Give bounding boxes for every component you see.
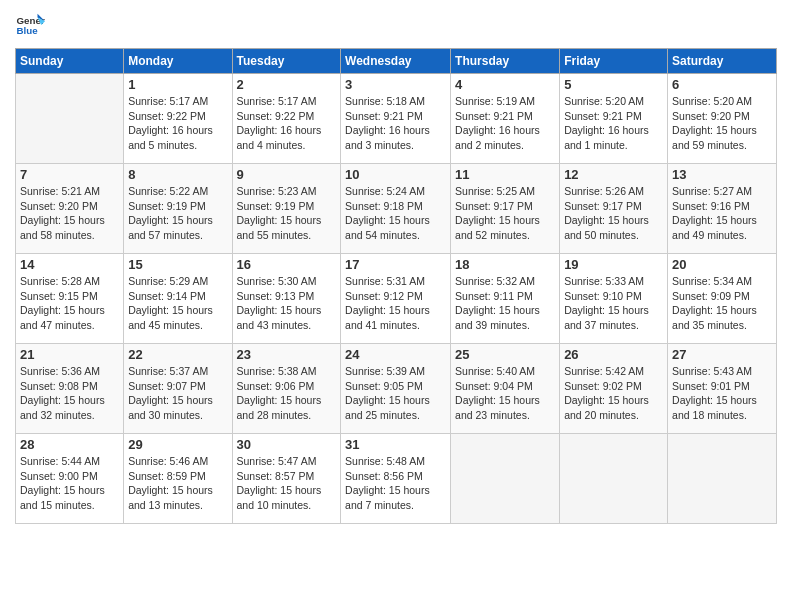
calendar-cell: 12Sunrise: 5:26 AM Sunset: 9:17 PM Dayli… [560, 164, 668, 254]
calendar-cell: 3Sunrise: 5:18 AM Sunset: 9:21 PM Daylig… [341, 74, 451, 164]
day-number: 12 [564, 167, 663, 182]
calendar-cell: 27Sunrise: 5:43 AM Sunset: 9:01 PM Dayli… [668, 344, 777, 434]
day-number: 26 [564, 347, 663, 362]
day-number: 6 [672, 77, 772, 92]
calendar-cell [451, 434, 560, 524]
day-number: 3 [345, 77, 446, 92]
calendar-cell: 24Sunrise: 5:39 AM Sunset: 9:05 PM Dayli… [341, 344, 451, 434]
weekday-header: Monday [124, 49, 232, 74]
day-number: 14 [20, 257, 119, 272]
day-number: 27 [672, 347, 772, 362]
calendar-cell: 1Sunrise: 5:17 AM Sunset: 9:22 PM Daylig… [124, 74, 232, 164]
calendar-cell: 17Sunrise: 5:31 AM Sunset: 9:12 PM Dayli… [341, 254, 451, 344]
day-number: 1 [128, 77, 227, 92]
day-number: 31 [345, 437, 446, 452]
day-number: 25 [455, 347, 555, 362]
calendar-cell: 19Sunrise: 5:33 AM Sunset: 9:10 PM Dayli… [560, 254, 668, 344]
logo-icon: General Blue [15, 10, 45, 40]
day-number: 15 [128, 257, 227, 272]
day-info: Sunrise: 5:38 AM Sunset: 9:06 PM Dayligh… [237, 364, 337, 423]
day-info: Sunrise: 5:17 AM Sunset: 9:22 PM Dayligh… [237, 94, 337, 153]
calendar-cell: 20Sunrise: 5:34 AM Sunset: 9:09 PM Dayli… [668, 254, 777, 344]
weekday-header-row: SundayMondayTuesdayWednesdayThursdayFrid… [16, 49, 777, 74]
calendar-week-row: 14Sunrise: 5:28 AM Sunset: 9:15 PM Dayli… [16, 254, 777, 344]
day-info: Sunrise: 5:25 AM Sunset: 9:17 PM Dayligh… [455, 184, 555, 243]
calendar-cell: 21Sunrise: 5:36 AM Sunset: 9:08 PM Dayli… [16, 344, 124, 434]
calendar-cell: 7Sunrise: 5:21 AM Sunset: 9:20 PM Daylig… [16, 164, 124, 254]
weekday-header: Tuesday [232, 49, 341, 74]
day-info: Sunrise: 5:34 AM Sunset: 9:09 PM Dayligh… [672, 274, 772, 333]
day-number: 30 [237, 437, 337, 452]
day-info: Sunrise: 5:32 AM Sunset: 9:11 PM Dayligh… [455, 274, 555, 333]
day-info: Sunrise: 5:33 AM Sunset: 9:10 PM Dayligh… [564, 274, 663, 333]
day-info: Sunrise: 5:42 AM Sunset: 9:02 PM Dayligh… [564, 364, 663, 423]
day-number: 18 [455, 257, 555, 272]
day-info: Sunrise: 5:40 AM Sunset: 9:04 PM Dayligh… [455, 364, 555, 423]
day-number: 22 [128, 347, 227, 362]
day-number: 28 [20, 437, 119, 452]
day-number: 17 [345, 257, 446, 272]
calendar-cell: 28Sunrise: 5:44 AM Sunset: 9:00 PM Dayli… [16, 434, 124, 524]
calendar-cell [560, 434, 668, 524]
day-number: 5 [564, 77, 663, 92]
day-number: 29 [128, 437, 227, 452]
calendar-cell: 10Sunrise: 5:24 AM Sunset: 9:18 PM Dayli… [341, 164, 451, 254]
day-number: 23 [237, 347, 337, 362]
calendar-cell: 31Sunrise: 5:48 AM Sunset: 8:56 PM Dayli… [341, 434, 451, 524]
calendar-week-row: 1Sunrise: 5:17 AM Sunset: 9:22 PM Daylig… [16, 74, 777, 164]
header: General Blue [15, 10, 777, 40]
day-number: 11 [455, 167, 555, 182]
calendar-week-row: 28Sunrise: 5:44 AM Sunset: 9:00 PM Dayli… [16, 434, 777, 524]
calendar-cell: 14Sunrise: 5:28 AM Sunset: 9:15 PM Dayli… [16, 254, 124, 344]
day-info: Sunrise: 5:36 AM Sunset: 9:08 PM Dayligh… [20, 364, 119, 423]
calendar-cell: 2Sunrise: 5:17 AM Sunset: 9:22 PM Daylig… [232, 74, 341, 164]
calendar-cell: 26Sunrise: 5:42 AM Sunset: 9:02 PM Dayli… [560, 344, 668, 434]
weekday-header: Sunday [16, 49, 124, 74]
calendar-week-row: 7Sunrise: 5:21 AM Sunset: 9:20 PM Daylig… [16, 164, 777, 254]
calendar-cell: 9Sunrise: 5:23 AM Sunset: 9:19 PM Daylig… [232, 164, 341, 254]
calendar-cell [16, 74, 124, 164]
day-info: Sunrise: 5:47 AM Sunset: 8:57 PM Dayligh… [237, 454, 337, 513]
day-info: Sunrise: 5:26 AM Sunset: 9:17 PM Dayligh… [564, 184, 663, 243]
day-info: Sunrise: 5:20 AM Sunset: 9:21 PM Dayligh… [564, 94, 663, 153]
day-info: Sunrise: 5:28 AM Sunset: 9:15 PM Dayligh… [20, 274, 119, 333]
calendar-week-row: 21Sunrise: 5:36 AM Sunset: 9:08 PM Dayli… [16, 344, 777, 434]
day-info: Sunrise: 5:20 AM Sunset: 9:20 PM Dayligh… [672, 94, 772, 153]
day-info: Sunrise: 5:29 AM Sunset: 9:14 PM Dayligh… [128, 274, 227, 333]
calendar-cell [668, 434, 777, 524]
calendar-cell: 13Sunrise: 5:27 AM Sunset: 9:16 PM Dayli… [668, 164, 777, 254]
weekday-header: Wednesday [341, 49, 451, 74]
day-info: Sunrise: 5:43 AM Sunset: 9:01 PM Dayligh… [672, 364, 772, 423]
calendar-cell: 15Sunrise: 5:29 AM Sunset: 9:14 PM Dayli… [124, 254, 232, 344]
logo: General Blue [15, 10, 45, 40]
calendar-cell: 22Sunrise: 5:37 AM Sunset: 9:07 PM Dayli… [124, 344, 232, 434]
day-info: Sunrise: 5:48 AM Sunset: 8:56 PM Dayligh… [345, 454, 446, 513]
calendar-cell: 8Sunrise: 5:22 AM Sunset: 9:19 PM Daylig… [124, 164, 232, 254]
calendar-cell: 29Sunrise: 5:46 AM Sunset: 8:59 PM Dayli… [124, 434, 232, 524]
calendar-cell: 18Sunrise: 5:32 AM Sunset: 9:11 PM Dayli… [451, 254, 560, 344]
weekday-header: Thursday [451, 49, 560, 74]
day-number: 9 [237, 167, 337, 182]
day-info: Sunrise: 5:18 AM Sunset: 9:21 PM Dayligh… [345, 94, 446, 153]
day-info: Sunrise: 5:24 AM Sunset: 9:18 PM Dayligh… [345, 184, 446, 243]
calendar: SundayMondayTuesdayWednesdayThursdayFrid… [15, 48, 777, 524]
day-info: Sunrise: 5:17 AM Sunset: 9:22 PM Dayligh… [128, 94, 227, 153]
weekday-header: Saturday [668, 49, 777, 74]
calendar-cell: 23Sunrise: 5:38 AM Sunset: 9:06 PM Dayli… [232, 344, 341, 434]
day-number: 7 [20, 167, 119, 182]
day-number: 2 [237, 77, 337, 92]
day-number: 19 [564, 257, 663, 272]
calendar-cell: 4Sunrise: 5:19 AM Sunset: 9:21 PM Daylig… [451, 74, 560, 164]
svg-text:Blue: Blue [17, 25, 39, 36]
calendar-cell: 6Sunrise: 5:20 AM Sunset: 9:20 PM Daylig… [668, 74, 777, 164]
day-info: Sunrise: 5:46 AM Sunset: 8:59 PM Dayligh… [128, 454, 227, 513]
day-info: Sunrise: 5:37 AM Sunset: 9:07 PM Dayligh… [128, 364, 227, 423]
day-number: 13 [672, 167, 772, 182]
calendar-cell: 30Sunrise: 5:47 AM Sunset: 8:57 PM Dayli… [232, 434, 341, 524]
day-number: 24 [345, 347, 446, 362]
day-info: Sunrise: 5:21 AM Sunset: 9:20 PM Dayligh… [20, 184, 119, 243]
day-info: Sunrise: 5:39 AM Sunset: 9:05 PM Dayligh… [345, 364, 446, 423]
day-number: 8 [128, 167, 227, 182]
weekday-header: Friday [560, 49, 668, 74]
day-info: Sunrise: 5:30 AM Sunset: 9:13 PM Dayligh… [237, 274, 337, 333]
